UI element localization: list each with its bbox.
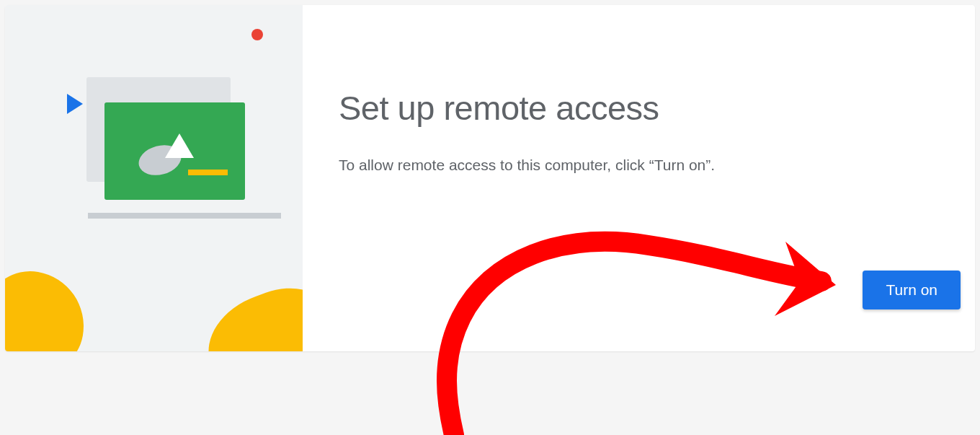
yellow-line-decoration <box>188 170 228 175</box>
play-icon <box>67 94 83 114</box>
content-panel: Set up remote access To allow remote acc… <box>303 5 975 351</box>
yellow-blob-decoration <box>195 274 303 351</box>
red-dot-decoration <box>251 29 263 40</box>
page-title: Set up remote access <box>339 88 925 128</box>
yellow-blob-decoration <box>5 264 92 351</box>
illustration-panel <box>5 5 303 351</box>
monitor-stand-decoration <box>88 213 281 219</box>
turn-on-button[interactable]: Turn on <box>863 271 961 309</box>
setup-card: Set up remote access To allow remote acc… <box>5 5 975 351</box>
description-text: To allow remote access to this computer,… <box>339 157 925 174</box>
white-triangle-decoration <box>165 133 194 158</box>
